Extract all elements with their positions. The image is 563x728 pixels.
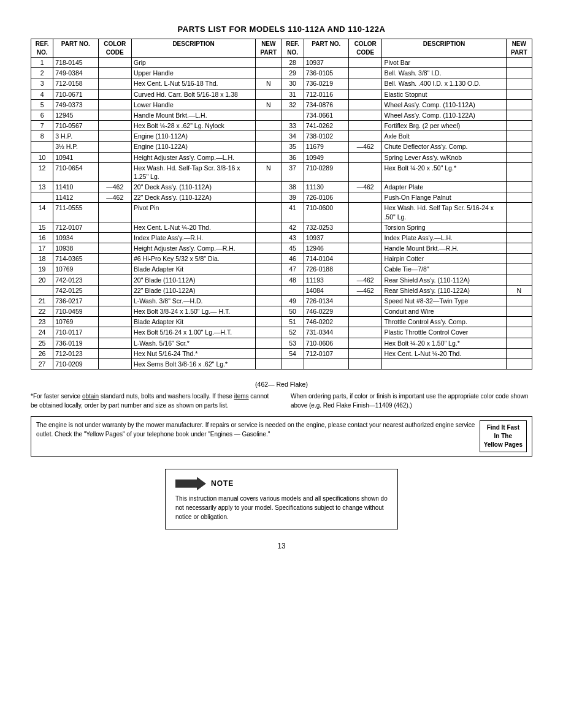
right-cell-1: 726-0134	[304, 295, 348, 306]
right-cell-4	[506, 254, 532, 264]
table-row: 1010941Height Adjuster Ass'y. Comp.—L.H.…	[31, 152, 532, 162]
right-cell-2	[348, 358, 381, 369]
left-cell-1: 3½ H.P.	[53, 142, 98, 152]
left-cell-4	[256, 275, 282, 285]
left-cell-0: 23	[31, 317, 53, 327]
right-cell-4	[506, 232, 532, 243]
right-cell-2	[348, 254, 381, 264]
right-cell-2	[348, 110, 381, 120]
right-cell-3: Hairpin Cotter	[382, 254, 506, 264]
right-cell-0: 46	[282, 254, 304, 264]
right-cell-4	[506, 152, 532, 162]
right-cell-3: Hex Bolt ¼-20 x .50" Lg.*	[382, 162, 506, 181]
left-cell-3: Hex Bolt 3/8-24 x 1.50" Lg.— H.T.	[131, 306, 255, 317]
left-cell-4	[256, 182, 282, 192]
left-cell-1: 710-0671	[53, 89, 98, 99]
left-cell-1: 712-0123	[53, 348, 98, 358]
right-cell-4	[506, 317, 532, 327]
left-cell-1: 3 H.P.	[53, 131, 98, 142]
left-cell-0: 5	[31, 99, 53, 110]
left-cell-4	[256, 131, 282, 142]
right-cell-0: 39	[282, 192, 304, 203]
right-cell-1: 14084	[304, 285, 348, 295]
left-cell-2	[98, 78, 131, 89]
right-cell-2: —462	[348, 275, 381, 285]
right-cell-4	[506, 306, 532, 317]
right-cell-3: Cable Tie—7/8"	[382, 264, 506, 275]
left-cell-4	[256, 68, 282, 78]
right-cell-4	[506, 182, 532, 192]
right-cell-2	[348, 327, 381, 338]
left-cell-0: 16	[31, 232, 53, 243]
left-cell-3: Blade Adapter Kit	[131, 264, 255, 275]
note-text: This instruction manual covers various m…	[175, 494, 388, 521]
right-cell-2	[348, 131, 381, 142]
left-cell-0: 22	[31, 306, 53, 317]
table-row: 26712-0123Hex Nut 5/16-24 Thd.*54712-010…	[31, 348, 532, 358]
right-cell-2: —462	[348, 285, 381, 295]
left-cell-0: 21	[31, 295, 53, 306]
right-cell-3: Fortiflex Brg. (2 per wheel)	[382, 121, 506, 131]
left-cell-4	[256, 358, 282, 369]
right-cell-4	[506, 264, 532, 275]
right-cell-2	[348, 99, 381, 110]
right-cell-2	[348, 89, 381, 99]
left-cell-1: 710-0459	[53, 306, 98, 317]
color-note: (462— Red Flake)	[31, 381, 532, 388]
left-cell-0: 2	[31, 68, 53, 78]
left-cell-4	[256, 110, 282, 120]
table-row: 3½ H.P.Engine (110-122A)3511679—462Chute…	[31, 142, 532, 152]
right-cell-3: Wheel Ass'y. Comp. (110-112A)	[382, 99, 506, 110]
table-row: 27710-0209Hex Sems Bolt 3/8-16 x .62" Lg…	[31, 358, 532, 369]
left-cell-0	[31, 142, 53, 152]
left-cell-2	[98, 89, 131, 99]
right-cell-1: 731-0344	[304, 327, 348, 338]
right-cell-1: 726-0188	[304, 264, 348, 275]
right-cell-3: Speed Nut #8-32—Twin Type	[382, 295, 506, 306]
header-new-right: NEW PART	[506, 39, 532, 58]
right-cell-3: Throttle Control Ass'y. Comp.	[382, 317, 506, 327]
left-cell-3: Engine (110-122A)	[131, 142, 255, 152]
right-cell-3: Bell. Wash. .400 I.D. x 1.130 O.D.	[382, 78, 506, 89]
left-cell-0: 15	[31, 222, 53, 232]
left-cell-3: Curved Hd. Carr. Bolt 5/16-18 x 1.38	[131, 89, 255, 99]
left-cell-0: 3	[31, 78, 53, 89]
parts-table: REF. NO. PART NO. COLOR CODE DESCRIPTION…	[31, 39, 532, 370]
left-cell-1: 712-0107	[53, 222, 98, 232]
left-cell-4	[256, 89, 282, 99]
note-box: NOTE This instruction manual covers vari…	[165, 469, 398, 529]
table-row: 1610934Index Plate Ass'y.—R.H.4310937Ind…	[31, 232, 532, 243]
right-cell-1: 10937	[304, 58, 348, 68]
left-cell-1: 710-0209	[53, 358, 98, 369]
left-cell-1: 712-0158	[53, 78, 98, 89]
left-cell-3: L-Wash. 5/16" Scr.*	[131, 338, 255, 348]
left-cell-2	[98, 99, 131, 110]
footer-left-text: *For faster service obtain standard nuts…	[31, 392, 272, 410]
left-cell-3: Handle Mount Brkt.—L.H.	[131, 110, 255, 120]
header-desc-right: DESCRIPTION	[382, 39, 506, 58]
left-cell-1: 736-0217	[53, 295, 98, 306]
right-cell-3: Push-On Flange Palnut	[382, 192, 506, 203]
warranty-text: The engine is not under warranty by the …	[36, 420, 476, 439]
right-cell-2	[348, 78, 381, 89]
right-cell-4	[506, 99, 532, 110]
right-cell-4	[506, 68, 532, 78]
right-cell-1: 726-0106	[304, 192, 348, 203]
right-cell-0	[282, 110, 304, 120]
left-cell-3: Engine (110-112A)	[131, 131, 255, 142]
left-cell-0: 26	[31, 348, 53, 358]
table-row: 11412—46222" Deck Ass'y. (110-122A)39726…	[31, 192, 532, 203]
right-cell-2	[348, 306, 381, 317]
right-cell-1: 10937	[304, 232, 348, 243]
left-cell-1: 718-0145	[53, 58, 98, 68]
right-cell-2	[348, 348, 381, 358]
left-cell-4	[256, 243, 282, 254]
right-cell-4	[506, 243, 532, 254]
left-cell-0: 4	[31, 89, 53, 99]
table-row: 742-012522" Blade (110-122A)14084—462Rea…	[31, 285, 532, 295]
left-cell-4	[256, 348, 282, 358]
header-color-right: COLOR CODE	[348, 39, 381, 58]
right-cell-2	[348, 317, 381, 327]
table-row: 2310769Blade Adapter Kit51746-0202Thrott…	[31, 317, 532, 327]
table-row: 612945Handle Mount Brkt.—L.H.734-0661Whe…	[31, 110, 532, 120]
